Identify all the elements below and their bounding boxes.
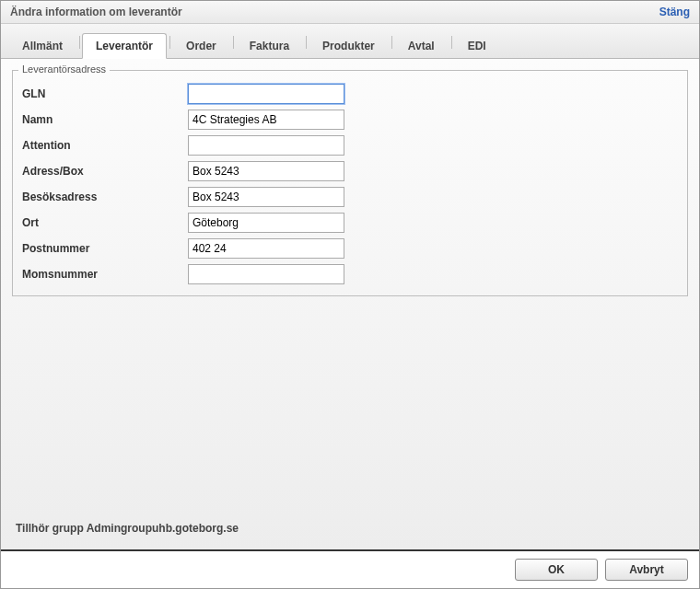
input-namn[interactable] (188, 110, 344, 130)
dialog-title: Ändra information om leverantör (10, 6, 182, 18)
fieldset-legend: Leverantörsadress (18, 64, 110, 75)
tab-separator (169, 36, 170, 49)
label-momsnr: Momsnummer (22, 268, 188, 281)
dialog: Ändra information om leverantör Stäng Al… (0, 0, 700, 589)
tab-faktura[interactable]: Faktura (236, 33, 303, 58)
tab-separator (233, 36, 234, 49)
row-namn: Namn (22, 110, 678, 130)
group-line: Tillhör grupp Admingroupuhb.goteborg.se (12, 514, 688, 538)
group-value: Admingroupuhb.goteborg.se (87, 522, 239, 535)
input-attention[interactable] (188, 135, 344, 156)
tab-separator (79, 36, 80, 49)
input-adress[interactable] (188, 161, 344, 181)
label-attention: Attention (22, 139, 188, 152)
input-besok[interactable] (188, 187, 344, 207)
row-ort: Ort (22, 213, 678, 233)
tab-avtal[interactable]: Avtal (394, 33, 449, 58)
tab-order[interactable]: Order (172, 33, 230, 58)
tabs-bar: Allmänt Leverantör Order Faktura Produkt… (1, 24, 699, 59)
ok-button[interactable]: OK (515, 559, 598, 581)
cancel-button[interactable]: Avbryt (605, 559, 688, 581)
fieldset-address: Leverantörsadress GLN Namn Attention Adr… (12, 70, 688, 296)
close-link[interactable]: Stäng (659, 6, 690, 18)
tab-edi[interactable]: EDI (454, 33, 500, 58)
input-gln[interactable] (188, 84, 344, 104)
row-adress: Adress/Box (22, 161, 678, 181)
tab-separator (391, 36, 392, 49)
tab-produkter[interactable]: Produkter (309, 33, 389, 58)
label-postnr: Postnummer (22, 242, 188, 255)
dialog-footer: OK Avbryt (1, 549, 699, 588)
label-adress: Adress/Box (22, 165, 188, 178)
label-ort: Ort (22, 216, 188, 229)
row-attention: Attention (22, 135, 678, 156)
row-momsnr: Momsnummer (22, 264, 678, 284)
row-gln: GLN (22, 84, 678, 104)
input-ort[interactable] (188, 213, 344, 233)
tab-separator (306, 36, 307, 49)
group-label: Tillhör grupp (16, 522, 84, 535)
dialog-header: Ändra information om leverantör Stäng (1, 1, 699, 24)
content-area: Leverantörsadress GLN Namn Attention Adr… (1, 59, 699, 549)
label-gln: GLN (22, 87, 188, 100)
input-postnr[interactable] (188, 238, 344, 259)
tab-leverantor[interactable]: Leverantör (82, 33, 167, 59)
label-namn: Namn (22, 113, 188, 126)
row-besok: Besöksadress (22, 187, 678, 207)
tab-allmant[interactable]: Allmänt (8, 33, 76, 58)
row-postnr: Postnummer (22, 238, 678, 259)
tab-separator (451, 36, 452, 49)
input-momsnr[interactable] (188, 264, 344, 284)
label-besok: Besöksadress (22, 191, 188, 203)
